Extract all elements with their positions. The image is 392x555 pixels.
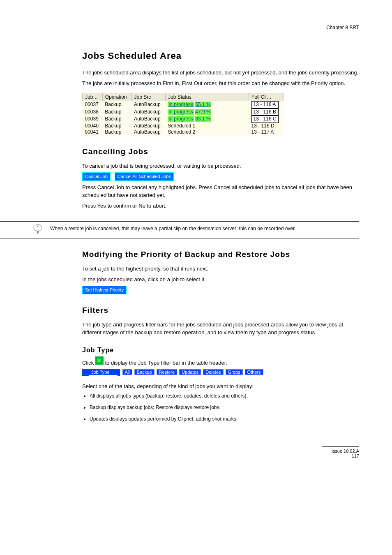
section-filters-title: Filters xyxy=(82,306,359,315)
col-operation[interactable]: Operation xyxy=(102,93,131,101)
filter-tab-others[interactable]: Others xyxy=(245,369,263,375)
filter-tab-updates[interactable]: Updates xyxy=(179,369,201,375)
footer-rule xyxy=(322,446,359,447)
jobs-scheduled-desc2: The jobs are initially processed in Firs… xyxy=(82,79,359,88)
set-highest-priority-button[interactable]: Set Highest Priority xyxy=(82,286,127,294)
priority-step1: In the jobs scheduled area, click on a j… xyxy=(82,275,359,284)
table-row[interactable]: 00037 Backup AutoBackup in progress 55.1… xyxy=(83,101,284,109)
filter-tab-grabs[interactable]: Grabs xyxy=(226,369,243,375)
note-icon xyxy=(33,224,43,236)
filter-tab-deletes[interactable]: Deletes xyxy=(203,369,223,375)
col-src[interactable]: Job Src xyxy=(131,93,166,101)
table-row[interactable]: 00039 Backup AutoBackup in progress 33.1… xyxy=(83,116,284,123)
note-text: When a restore job is cancelled, this ma… xyxy=(50,224,359,231)
jobs-scheduled-table: Job… Operation Job Src Job Status Full C… xyxy=(82,93,284,136)
filter-tab-restore[interactable]: Restore xyxy=(157,369,178,375)
top-rule xyxy=(33,34,359,34)
footer-issue: Issue 10.02.A xyxy=(332,449,359,453)
section-priority-title: Modifying the Priority of Backup and Res… xyxy=(82,250,359,259)
section-jobs-scheduled-title: Jobs Scheduled Area xyxy=(82,51,359,61)
section-cancelling-title: Cancelling Jobs xyxy=(82,147,359,156)
priority-desc: To set a job to the highest priority, so… xyxy=(82,265,359,273)
table-row[interactable]: 00041 Backup AutoBackup Scheduled 2 13 -… xyxy=(83,129,284,136)
bullet-backup-restore: Backup displays backup jobs; Restore dis… xyxy=(90,405,359,410)
svg-point-0 xyxy=(34,224,42,231)
col-job[interactable]: Job… xyxy=(83,93,103,101)
table-row[interactable]: 00038 Backup AutoBackup in progress 47.9… xyxy=(83,109,284,116)
filter-tab-all[interactable]: All xyxy=(122,369,132,375)
bullet-updates: Updates displays updates performed by Cl… xyxy=(90,416,359,422)
section-jobtype-title: Job Type xyxy=(82,347,359,354)
cancel-all-button[interactable]: Cancel All Scheduled Jobs xyxy=(115,172,174,181)
footer-page: 117 xyxy=(352,453,359,458)
note-rule-bottom xyxy=(0,238,359,238)
cancelling-step2: Press Yes to confirm or No to abort. xyxy=(82,202,359,210)
cancelling-step1: Press Cancel Job to cancel any highlight… xyxy=(82,183,359,199)
chapter-label: Chapter 8 BRT xyxy=(33,25,359,30)
filter-bullets: All displays all jobs types (backup, res… xyxy=(90,393,359,422)
svg-point-1 xyxy=(37,226,39,227)
filter-toggle-icon[interactable] xyxy=(95,356,104,365)
jobs-scheduled-desc1: The jobs scheduled area displays the lis… xyxy=(82,69,359,77)
col-status[interactable]: Job Status xyxy=(166,93,249,101)
cancel-job-button[interactable]: Cancel Job xyxy=(82,172,111,181)
filters-desc: The job type and progress filter bars fo… xyxy=(82,321,359,337)
col-cli[interactable]: Full Cli… xyxy=(249,93,284,101)
cancelling-desc: To cancel a job that is being processed,… xyxy=(82,162,359,170)
filter-explain: Select one of the tabs, depending of the… xyxy=(82,382,359,391)
bullet-all: All displays all jobs types (backup, res… xyxy=(90,393,359,399)
jobtype-filter-bar: Job Type All Backup Restore Updates Dele… xyxy=(82,369,359,377)
filter-land-label: Job Type xyxy=(87,369,118,375)
filter-tab-backup[interactable]: Backup xyxy=(134,369,154,375)
note-rule-top xyxy=(0,221,359,222)
jobtype-instruction: Click to display the Job Type filter bar… xyxy=(82,356,359,367)
table-row[interactable]: 00040 Backup AutoBackup Scheduled 1 13 -… xyxy=(83,123,284,130)
